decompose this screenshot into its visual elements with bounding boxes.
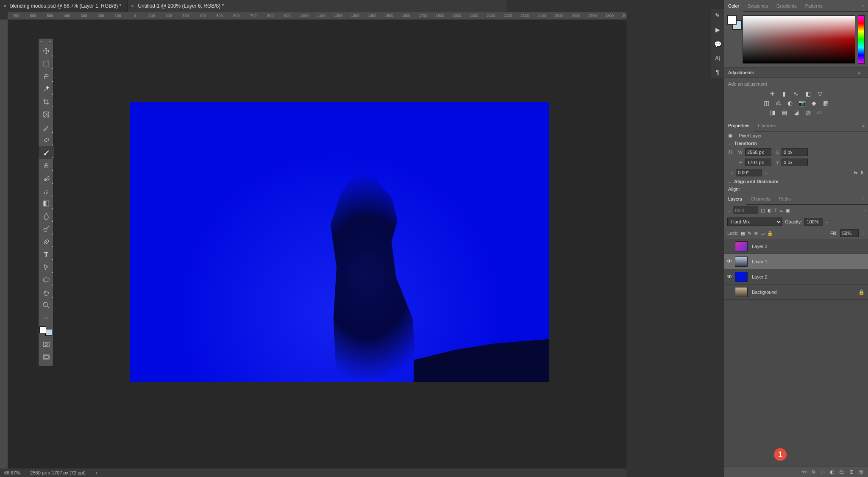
lasso-tool[interactable] <box>39 70 54 83</box>
foreground-color-swatch[interactable] <box>39 326 46 333</box>
fg-bg-swatches[interactable] <box>727 15 740 64</box>
delete-layer-icon[interactable]: 🗑 <box>859 469 864 475</box>
visibility-toggle[interactable]: 👁 <box>724 258 735 265</box>
layer-row[interactable]: Background🔒 <box>724 285 868 300</box>
link-layers-icon[interactable]: ⚯ <box>802 469 807 475</box>
chevron-down-icon[interactable]: ⌄ <box>765 170 768 175</box>
filter-shape-icon[interactable]: ▱ <box>780 208 783 213</box>
artwork-canvas[interactable] <box>130 102 549 382</box>
lock-position-icon[interactable]: ✥ <box>754 231 758 236</box>
clone-stamp-tool[interactable] <box>39 159 54 172</box>
tab-layers[interactable]: Layers <box>724 193 746 205</box>
tab-gradients[interactable]: Gradients <box>772 0 801 12</box>
filter-type-icon[interactable]: T <box>774 208 777 213</box>
eyedropper-tool[interactable] <box>39 121 54 134</box>
tab-color[interactable]: Color <box>724 0 743 12</box>
marquee-tool[interactable] <box>39 57 54 70</box>
width-field[interactable] <box>745 148 771 156</box>
layer-thumbnail[interactable] <box>735 287 748 297</box>
type-tool[interactable]: T <box>39 248 54 261</box>
comments-icon[interactable]: 💬 <box>714 41 721 47</box>
ruler-horizontal[interactable]: 7006005004003002001000100200300400500600… <box>8 12 626 20</box>
filter-adjust-icon[interactable]: ◐ <box>768 208 772 213</box>
photo-filter-icon[interactable]: 📷 <box>798 100 805 106</box>
y-field[interactable] <box>782 159 808 166</box>
tab-swatches[interactable]: Swatches <box>743 0 772 12</box>
tab-paths[interactable]: Paths <box>775 193 795 205</box>
layer-row[interactable]: Layer 3 <box>724 239 868 254</box>
path-selection-tool[interactable] <box>39 261 54 273</box>
magic-wand-tool[interactable] <box>39 83 54 95</box>
zoom-tool[interactable] <box>39 299 54 312</box>
status-more-icon[interactable]: › <box>96 470 97 475</box>
brush-settings-icon[interactable]: ✎ <box>715 12 720 19</box>
history-brush-tool[interactable] <box>39 172 54 184</box>
x-field[interactable] <box>782 148 808 156</box>
panel-menu-icon[interactable]: ≡ <box>859 196 868 201</box>
tab-patterns[interactable]: Patterns <box>801 0 827 12</box>
layer-row[interactable]: 👁Layer 1 <box>724 254 868 269</box>
layer-mask-icon[interactable]: ◻ <box>821 469 825 475</box>
frame-tool[interactable] <box>39 108 54 121</box>
document-tab[interactable]: × Untitled-1 @ 200% (Layer 6, RGB/8) * <box>128 0 230 12</box>
character-panel-icon[interactable]: A| <box>715 55 720 61</box>
hue-strip[interactable] <box>858 15 865 64</box>
chevron-down-icon[interactable]: ⌄ <box>728 141 732 145</box>
selective-color-icon[interactable]: ▧ <box>804 109 811 116</box>
layer-thumbnail[interactable] <box>735 272 748 282</box>
tab-properties[interactable]: Properties <box>724 120 754 131</box>
hue-sat-icon[interactable]: ◫ <box>763 100 770 106</box>
filter-smart-icon[interactable]: ▣ <box>786 208 790 213</box>
play-action-icon[interactable]: ▶ <box>715 26 720 33</box>
ellipse-tool[interactable] <box>39 273 54 286</box>
layer-thumbnail[interactable] <box>735 257 748 267</box>
chevron-down-icon[interactable]: ⌄ <box>826 220 829 224</box>
close-icon[interactable]: × <box>131 3 134 8</box>
color-swatches[interactable] <box>39 326 53 337</box>
dodge-tool[interactable] <box>39 223 54 235</box>
fill-field[interactable] <box>840 229 859 237</box>
filter-toggle-icon[interactable]: ◦ <box>863 208 865 213</box>
posterize-icon[interactable]: ▤ <box>781 109 787 116</box>
eraser-tool[interactable] <box>39 184 54 197</box>
visibility-toggle[interactable]: 👁 <box>724 273 735 280</box>
lock-artboard-icon[interactable]: ▭ <box>760 231 765 236</box>
layer-search-input[interactable] <box>733 206 758 214</box>
close-icon[interactable]: × <box>3 3 6 8</box>
lock-transparency-icon[interactable]: ▦ <box>741 231 745 236</box>
lock-all-icon[interactable]: 🔒 <box>767 231 773 236</box>
screen-mode-tool[interactable] <box>39 351 54 363</box>
lock-pixels-icon[interactable]: ✎ <box>748 231 751 236</box>
channel-mixer-icon[interactable]: ◆ <box>810 100 817 106</box>
pen-tool[interactable] <box>39 235 54 248</box>
blur-tool[interactable] <box>39 210 54 223</box>
crop-tool[interactable] <box>39 95 54 108</box>
paragraph-panel-icon[interactable]: ¶ <box>716 69 719 75</box>
more-tools[interactable]: ⋯ <box>39 312 54 324</box>
hand-tool[interactable] <box>39 286 54 299</box>
tab-libraries[interactable]: Libraries <box>754 120 780 131</box>
threshold-icon[interactable]: ◪ <box>793 109 799 116</box>
exposure-icon[interactable]: ◧ <box>804 90 811 97</box>
document-tab[interactable]: × blending modes.psd @ 66.7% (Layer 1, R… <box>0 0 128 12</box>
height-field[interactable] <box>745 159 771 166</box>
tool-palette[interactable]: ×›› T ⋯ <box>38 38 53 366</box>
layer-group-icon[interactable]: 🗀 <box>839 469 844 475</box>
background-color-swatch[interactable] <box>45 329 52 336</box>
layer-name[interactable]: Layer 2 <box>752 274 768 279</box>
panel-menu-icon[interactable]: ≡ <box>859 123 868 128</box>
filter-pixel-icon[interactable]: ▢ <box>761 208 765 213</box>
canvas-area[interactable] <box>8 20 626 469</box>
new-layer-icon[interactable]: ⊞ <box>849 469 854 475</box>
angle-field[interactable] <box>736 169 762 176</box>
black-white-icon[interactable]: ◐ <box>787 100 793 106</box>
curves-icon[interactable]: ∿ <box>793 90 799 97</box>
move-tool[interactable] <box>39 45 54 57</box>
zoom-readout[interactable]: 66.67% <box>4 470 20 475</box>
gradient-map-icon[interactable]: ▭ <box>816 109 823 116</box>
flip-horizontal-icon[interactable]: ⇋ <box>854 170 857 176</box>
layer-thumbnail[interactable] <box>735 241 748 251</box>
blend-mode-select[interactable]: Hard Mix <box>727 218 782 226</box>
dimensions-readout[interactable]: 2560 px x 1707 px (72 ppi) <box>30 470 85 475</box>
levels-icon[interactable]: ▮ <box>781 90 787 97</box>
